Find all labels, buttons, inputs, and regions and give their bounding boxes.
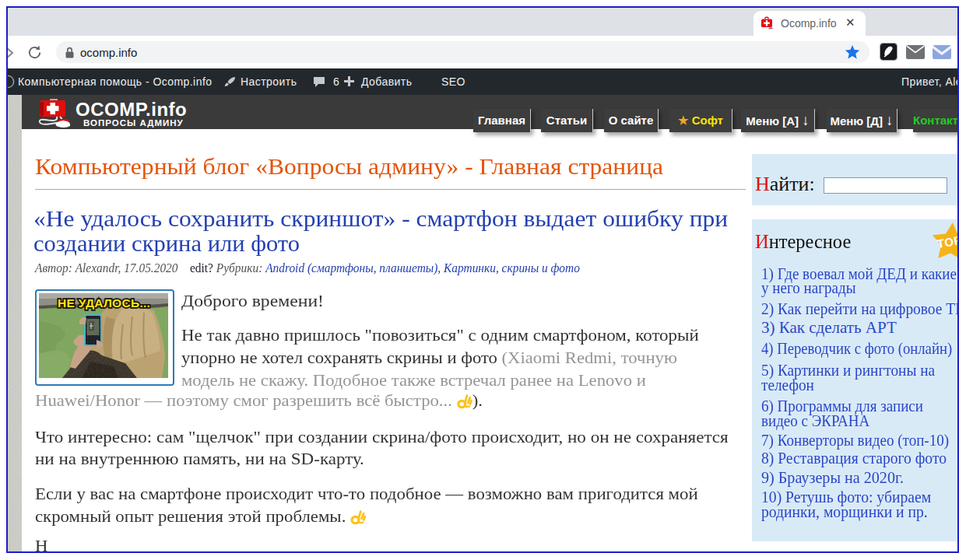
svg-text:ВОПРОСЫ АДМИНУ: ВОПРОСЫ АДМИНУ: [83, 118, 184, 128]
svg-text:НЕ УДАЛОСЬ...: НЕ УДАЛОСЬ...: [58, 296, 150, 310]
svg-text:OCOMP.info: OCOMP.info: [76, 99, 187, 120]
